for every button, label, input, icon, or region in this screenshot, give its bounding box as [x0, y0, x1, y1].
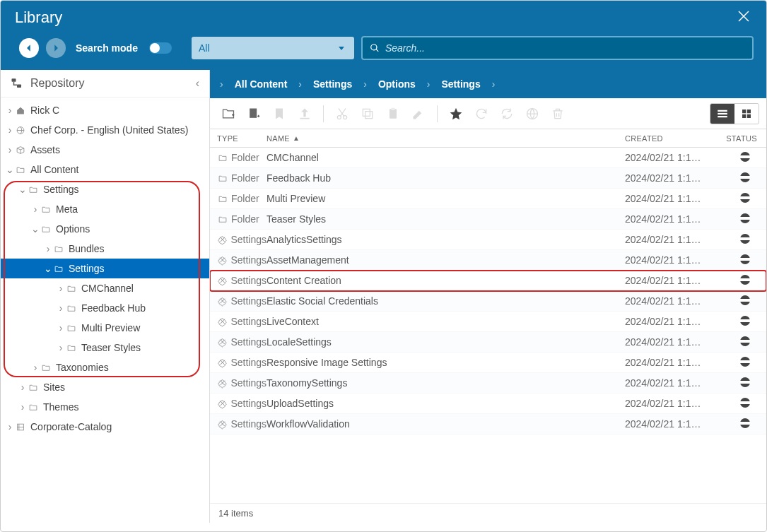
cell-name: Responsive Image Settings [267, 357, 625, 368]
folder-icon [28, 401, 39, 413]
refresh-button[interactable] [470, 102, 493, 125]
breadcrumb-item[interactable]: Settings [441, 78, 480, 90]
col-name-header[interactable]: NAME ▲ [267, 134, 625, 143]
toolbar-separator [323, 105, 324, 122]
table-row[interactable]: SettingsContent Creation2024/02/21 1:1… [210, 271, 766, 291]
tree-node[interactable]: ›Chef Corp. - English (United States) [1, 120, 209, 140]
new-document-button[interactable] [242, 102, 265, 125]
copy-button[interactable] [356, 102, 379, 125]
tree-node[interactable]: ›Assets [1, 140, 209, 160]
nav-back-button[interactable] [19, 38, 39, 58]
table-row[interactable]: SettingsResponsive Image Settings2024/02… [210, 353, 766, 373]
tree-node-label: Rick C [30, 105, 59, 116]
tree-toggle-icon[interactable]: › [30, 362, 40, 373]
table-row[interactable]: SettingsWorkflowValidation2024/02/21 1:1… [210, 414, 766, 435]
tree-toggle-icon[interactable]: › [18, 382, 28, 393]
search-icon [370, 43, 380, 53]
tree-toggle-icon[interactable]: › [56, 283, 66, 294]
folder-icon [28, 382, 39, 393]
tree-toggle-icon[interactable]: › [43, 243, 53, 254]
tree-node[interactable]: ›Themes [1, 397, 209, 417]
col-type-header[interactable]: TYPE [210, 134, 267, 143]
tree-toggle-icon[interactable]: › [30, 203, 40, 215]
col-created-header[interactable]: CREATED [625, 134, 724, 143]
tree-node[interactable]: ›Bundles [1, 239, 209, 259]
table-row[interactable]: FolderCMChannel2024/02/21 1:1… [210, 148, 766, 168]
tree-node[interactable]: ›Taxonomies [1, 357, 209, 377]
tree-toggle-icon[interactable]: ⌄ [43, 263, 53, 274]
status-published-icon [740, 254, 750, 264]
tree-node-label: Chef Corp. - English (United States) [30, 124, 188, 136]
tree-toggle-icon[interactable]: › [5, 105, 15, 116]
tree-toggle-icon[interactable]: › [5, 144, 15, 155]
bookmark-add-button[interactable] [268, 102, 291, 125]
folder-icon [66, 283, 77, 294]
breadcrumb-item[interactable]: Settings [313, 78, 352, 90]
globe-button[interactable] [521, 102, 544, 125]
tree-toggle-icon[interactable]: › [18, 401, 28, 413]
svg-rect-15 [718, 116, 727, 117]
cell-created: 2024/02/21 1:1… [625, 357, 724, 368]
table-row[interactable]: SettingsLiveContext2024/02/21 1:1… [210, 312, 766, 332]
table-row[interactable]: SettingsTaxonomySettings2024/02/21 1:1… [210, 373, 766, 394]
search-box[interactable] [361, 36, 754, 60]
new-folder-button[interactable] [217, 102, 240, 125]
folder-icon [66, 322, 77, 333]
scope-dropdown[interactable]: All [192, 37, 354, 59]
breadcrumb-item[interactable]: All Content [235, 78, 288, 90]
tree-node[interactable]: ›CMChannel [1, 278, 209, 298]
upload-button[interactable] [293, 102, 316, 125]
tree-toggle-icon[interactable]: ⌄ [18, 184, 28, 195]
paste-button[interactable] [382, 102, 404, 125]
status-published-icon [740, 336, 750, 346]
cell-type: Folder [210, 152, 267, 163]
tree-node[interactable]: ⌄All Content [1, 160, 209, 179]
tree-node[interactable]: ⌄Settings [1, 259, 209, 278]
search-mode-toggle[interactable] [149, 42, 172, 54]
folder-icon [28, 184, 39, 195]
tree-node[interactable]: ⌄Options [1, 219, 209, 239]
close-button[interactable] [735, 8, 752, 28]
tree-node[interactable]: ›Corporate-Catalog [1, 417, 209, 437]
table-row[interactable]: SettingsLocaleSettings2024/02/21 1:1… [210, 332, 766, 353]
col-status-header[interactable]: STATUS [724, 134, 766, 143]
table-row[interactable]: FolderMulti Preview2024/02/21 1:1… [210, 189, 766, 209]
table-row[interactable]: SettingsAssetManagement2024/02/21 1:1… [210, 250, 766, 271]
tree-toggle-icon[interactable]: › [5, 124, 15, 136]
tree-node-label: Options [56, 223, 90, 235]
table-row[interactable]: SettingsElastic Social Credentials2024/0… [210, 291, 766, 312]
star-button[interactable] [445, 102, 467, 125]
tree-node[interactable]: ›Multi Preview [1, 318, 209, 338]
sync-button[interactable] [496, 102, 518, 125]
tree-node[interactable]: ›Feedback Hub [1, 298, 209, 318]
tree-toggle-icon[interactable]: ⌄ [5, 164, 15, 175]
tree-node[interactable]: ›Rick C [1, 100, 209, 120]
grid-view-button[interactable] [734, 104, 759, 124]
tree-node[interactable]: ⌄Settings [1, 179, 209, 199]
edit-button[interactable] [407, 102, 430, 125]
breadcrumb-item[interactable]: Options [378, 78, 416, 90]
delete-button[interactable] [546, 102, 569, 125]
sidebar-collapse-button[interactable]: ‹ [196, 77, 199, 90]
tree-toggle-icon[interactable]: ⌄ [30, 223, 40, 235]
globe-icon [15, 124, 26, 136]
table-row[interactable]: FolderTeaser Styles2024/02/21 1:1… [210, 209, 766, 230]
cut-button[interactable] [331, 102, 353, 125]
table-row[interactable]: SettingsAnalyticsSettings2024/02/21 1:1… [210, 230, 766, 250]
table-row[interactable]: FolderFeedback Hub2024/02/21 1:1… [210, 168, 766, 189]
nav-forward-button[interactable] [46, 38, 66, 58]
tree-toggle-icon[interactable]: › [5, 421, 15, 432]
tree-toggle-icon[interactable]: › [56, 342, 66, 353]
tree-toggle-icon[interactable]: › [56, 302, 66, 314]
tree-node[interactable]: ›Sites [1, 377, 209, 397]
search-input[interactable] [385, 42, 745, 54]
tree-node[interactable]: ›Meta [1, 199, 209, 219]
cell-created: 2024/02/21 1:1… [625, 172, 724, 184]
breadcrumb-sep: › [298, 78, 302, 90]
tree-node[interactable]: ›Teaser Styles [1, 338, 209, 357]
table-row[interactable]: SettingsUploadSettings2024/02/21 1:1… [210, 394, 766, 414]
cell-type: Settings [210, 336, 267, 348]
window-title: Library [15, 8, 62, 27]
list-view-button[interactable] [710, 104, 734, 124]
tree-toggle-icon[interactable]: › [56, 322, 66, 333]
